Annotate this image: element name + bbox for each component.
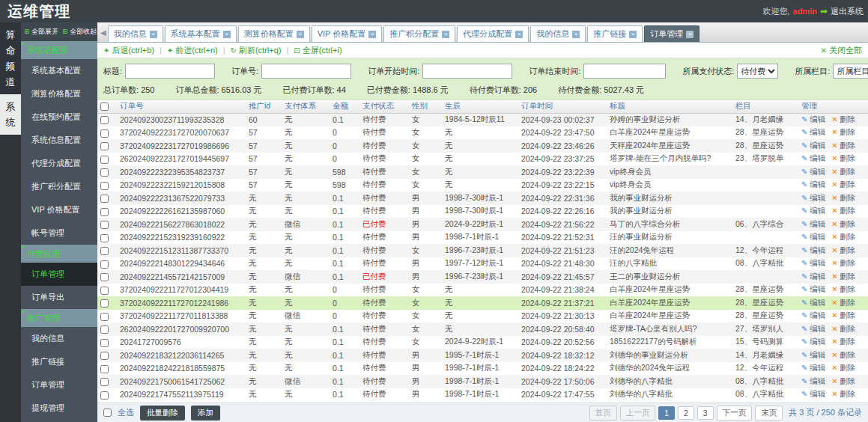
sidebar-item[interactable]: 订单导出 xyxy=(21,286,97,309)
column-header[interactable]: 管理 xyxy=(798,100,868,113)
row-checkbox[interactable] xyxy=(100,339,109,347)
edit-link[interactable]: ✎ 编辑 xyxy=(801,258,825,267)
row-checkbox[interactable] xyxy=(100,168,109,177)
prev-page-button[interactable]: 上一页 xyxy=(620,406,656,421)
row-checkbox[interactable] xyxy=(100,287,109,295)
edit-link[interactable]: ✎ 编辑 xyxy=(801,206,825,215)
row-checkbox[interactable] xyxy=(100,234,109,242)
row-checkbox[interactable] xyxy=(100,182,109,190)
batch-delete-button[interactable]: 批量删除 xyxy=(140,406,185,421)
edit-link[interactable]: ✎ 编辑 xyxy=(801,114,825,123)
row-checkbox[interactable] xyxy=(100,325,109,334)
edit-link[interactable]: ✎ 编辑 xyxy=(801,193,825,202)
close-all-button[interactable]: ✕关闭全部 xyxy=(821,45,862,56)
row-checkbox[interactable] xyxy=(100,391,109,400)
delete-link[interactable]: ✕ 删除 xyxy=(831,258,855,267)
refresh-button[interactable]: ↻刷新(ctrl+q) xyxy=(231,45,282,56)
column-header[interactable]: 支付状态 xyxy=(359,100,409,113)
row-checkbox[interactable] xyxy=(100,221,109,229)
row-checkbox[interactable] xyxy=(100,273,109,281)
edit-link[interactable]: ✎ 编辑 xyxy=(801,245,825,254)
select-all-checkbox[interactable] xyxy=(103,409,112,417)
delete-link[interactable]: ✕ 删除 xyxy=(831,114,855,123)
last-page-button[interactable]: 末页 xyxy=(755,406,783,421)
edit-link[interactable]: ✎ 编辑 xyxy=(801,350,825,359)
expand-all-button[interactable]: ⊞ 全部展开 xyxy=(24,27,58,37)
delete-link[interactable]: ✕ 删除 xyxy=(831,376,855,385)
row-checkbox[interactable] xyxy=(100,313,109,321)
end-time-filter-input[interactable] xyxy=(583,64,666,79)
header-checkbox[interactable] xyxy=(100,103,109,111)
logout-link[interactable]: 退出系统 xyxy=(831,6,864,17)
edit-link[interactable]: ✎ 编辑 xyxy=(801,389,825,398)
column-header[interactable]: 订单时间 xyxy=(518,100,607,113)
delete-link[interactable]: ✕ 删除 xyxy=(831,193,855,202)
select-all-label[interactable]: 全选 xyxy=(118,407,134,418)
delete-link[interactable]: ✕ 删除 xyxy=(831,180,855,189)
tab[interactable]: VIP 价格配置× xyxy=(312,25,383,42)
column-header[interactable]: 订单号 xyxy=(117,100,246,113)
row-checkbox[interactable] xyxy=(100,352,109,360)
delete-link[interactable]: ✕ 删除 xyxy=(831,284,855,293)
row-checkbox[interactable] xyxy=(100,142,109,150)
start-time-filter-input[interactable] xyxy=(422,64,512,79)
edit-link[interactable]: ✎ 编辑 xyxy=(801,127,825,136)
tab-close-icon[interactable]: × xyxy=(515,31,523,38)
vertical-nav-item[interactable]: 算命频道 xyxy=(0,22,21,94)
tab[interactable]: 我的信息× xyxy=(108,25,163,42)
column-header[interactable]: 金额 xyxy=(330,100,359,113)
edit-link[interactable]: ✎ 编辑 xyxy=(801,284,825,293)
row-checkbox[interactable] xyxy=(100,195,109,203)
page-number-button[interactable]: 3 xyxy=(697,406,714,420)
delete-link[interactable]: ✕ 删除 xyxy=(831,206,855,215)
sidebar-item[interactable]: VIP 价格配置 xyxy=(21,198,97,221)
sidebar-group[interactable]: 系统基配置 xyxy=(21,41,97,59)
column-select[interactable]: 所属栏目 xyxy=(833,64,868,79)
tab[interactable]: 订单管理× xyxy=(644,25,699,42)
column-header[interactable]: 生辰 xyxy=(442,100,518,113)
tab-scroll-left-icon[interactable]: ◀ xyxy=(99,28,108,37)
sidebar-item[interactable]: 推广链接 xyxy=(21,350,97,373)
column-header[interactable]: 支付体系 xyxy=(282,100,330,113)
row-checkbox[interactable] xyxy=(100,247,109,255)
edit-link[interactable]: ✎ 编辑 xyxy=(801,324,825,333)
edit-link[interactable]: ✎ 编辑 xyxy=(801,180,825,189)
column-header[interactable]: 推广id xyxy=(246,100,282,113)
edit-link[interactable]: ✎ 编辑 xyxy=(801,153,825,162)
tab-close-icon[interactable]: × xyxy=(442,31,449,38)
sidebar-item[interactable]: 系统基本配置 xyxy=(21,59,97,82)
sidebar-item[interactable]: 提现管理 xyxy=(21,397,97,420)
edit-link[interactable]: ✎ 编辑 xyxy=(801,141,825,150)
delete-link[interactable]: ✕ 删除 xyxy=(831,232,855,241)
tab-close-icon[interactable]: × xyxy=(368,31,376,38)
delete-link[interactable]: ✕ 删除 xyxy=(831,141,855,150)
tab[interactable]: 测算价格配置× xyxy=(238,25,310,42)
delete-link[interactable]: ✕ 删除 xyxy=(831,324,855,333)
sidebar-group[interactable]: 付费应用 xyxy=(21,245,97,263)
tab[interactable]: 推广积分配置× xyxy=(383,25,455,42)
edit-link[interactable]: ✎ 编辑 xyxy=(801,298,825,307)
edit-link[interactable]: ✎ 编辑 xyxy=(801,272,825,281)
column-header[interactable]: 标题 xyxy=(607,100,732,113)
tab[interactable]: 系统基本配置× xyxy=(165,25,237,42)
fullscreen-button[interactable]: ⊡全屏(ctrl+i) xyxy=(294,45,342,56)
sidebar-item[interactable]: 订单管理 xyxy=(21,373,97,397)
sidebar-item[interactable]: 系统信息配置 xyxy=(21,129,97,152)
delete-link[interactable]: ✕ 删除 xyxy=(831,298,855,307)
edit-link[interactable]: ✎ 编辑 xyxy=(801,219,825,228)
back-button[interactable]: ✦后退(ctrl+b) xyxy=(103,45,154,56)
sidebar-item[interactable]: 代理分成配置 xyxy=(21,152,97,175)
collapse-all-button[interactable]: ⊞ 全部收起 xyxy=(62,27,97,37)
tab[interactable]: 我的信息× xyxy=(530,25,586,42)
delete-link[interactable]: ✕ 删除 xyxy=(831,389,855,398)
tab-close-icon[interactable]: × xyxy=(223,31,231,38)
row-checkbox[interactable] xyxy=(100,299,109,308)
page-number-button[interactable]: 1 xyxy=(658,406,675,420)
column-header[interactable]: 性别 xyxy=(409,100,442,113)
row-checkbox[interactable] xyxy=(100,378,109,386)
delete-link[interactable]: ✕ 删除 xyxy=(831,127,855,136)
tab-close-icon[interactable]: × xyxy=(572,31,580,38)
next-page-button[interactable]: 下一页 xyxy=(717,406,753,421)
tab-close-icon[interactable]: × xyxy=(297,31,304,38)
pay-status-select[interactable]: 待付费 xyxy=(737,64,778,79)
